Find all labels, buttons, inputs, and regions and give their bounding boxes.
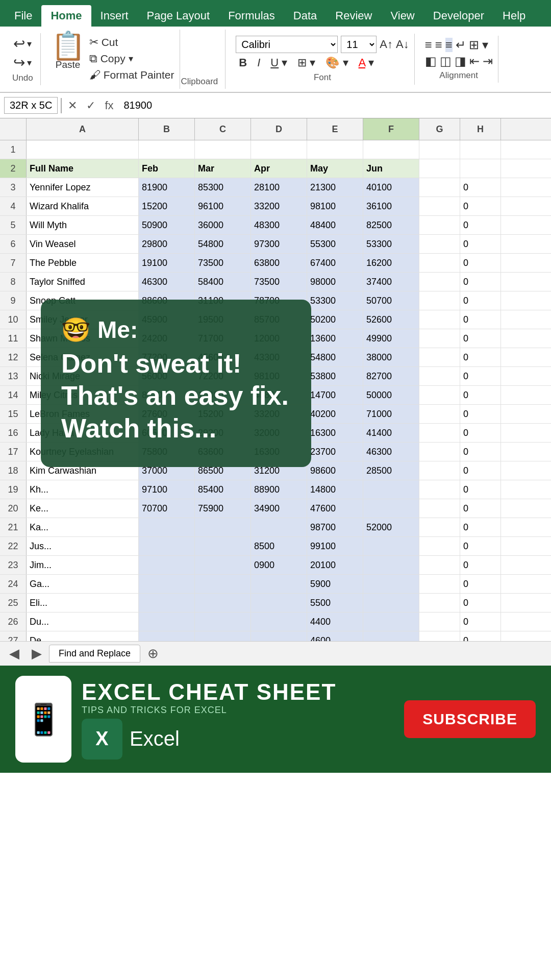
cell-g17[interactable] — [419, 443, 460, 461]
cell-h18[interactable]: 0 — [460, 461, 501, 480]
cell-h5[interactable]: 0 — [460, 216, 501, 234]
cell-e12[interactable]: 54800 — [307, 348, 363, 366]
cell-b8[interactable]: 46300 — [139, 273, 195, 291]
cell-b20[interactable]: 70700 — [139, 499, 195, 518]
cell-c24[interactable] — [195, 575, 251, 593]
decrease-font-button[interactable]: A↓ — [396, 38, 409, 51]
cell-f1[interactable] — [363, 140, 419, 159]
cell-g4[interactable] — [419, 197, 460, 215]
cell-c20[interactable]: 75900 — [195, 499, 251, 518]
cell-f25[interactable] — [363, 594, 419, 612]
cell-d19[interactable]: 88900 — [251, 480, 307, 499]
cell-d26[interactable] — [251, 612, 307, 631]
table-row[interactable]: 21 Ka... 98700 52000 0 — [0, 518, 551, 537]
cell-b2[interactable]: Feb — [139, 159, 195, 178]
cell-c23[interactable] — [195, 556, 251, 574]
cell-e26[interactable]: 4400 — [307, 612, 363, 631]
navigate-right-button[interactable]: ▶ — [27, 646, 47, 662]
cell-h27[interactable]: 0 — [460, 631, 501, 641]
cell-h9[interactable]: 0 — [460, 291, 501, 310]
cell-f4[interactable]: 36100 — [363, 197, 419, 215]
table-row[interactable]: 22 Jus... 8500 99100 0 — [0, 537, 551, 556]
sheet-tab-find-replace[interactable]: Find and Replace — [49, 645, 140, 663]
underline-button[interactable]: U ▾ — [267, 55, 290, 70]
cell-e5[interactable]: 48400 — [307, 216, 363, 234]
fill-color-button[interactable]: 🎨 ▾ — [322, 55, 351, 70]
cell-c1[interactable] — [195, 140, 251, 159]
cell-c2[interactable]: Mar — [195, 159, 251, 178]
cell-e24[interactable]: 5900 — [307, 575, 363, 593]
tab-review[interactable]: Review — [326, 5, 381, 27]
align-right-button[interactable]: ◨ — [455, 54, 466, 68]
cell-g19[interactable] — [419, 480, 460, 499]
cell-h26[interactable]: 0 — [460, 612, 501, 631]
cell-g10[interactable] — [419, 310, 460, 329]
cell-c4[interactable]: 96100 — [195, 197, 251, 215]
cell-h16[interactable]: 0 — [460, 424, 501, 442]
cell-d21[interactable] — [251, 518, 307, 536]
cell-b23[interactable] — [139, 556, 195, 574]
cell-f12[interactable]: 38000 — [363, 348, 419, 366]
table-row[interactable]: 19 Kh... 97100 85400 88900 14800 0 — [0, 480, 551, 499]
cell-h14[interactable]: 0 — [460, 386, 501, 404]
cell-f14[interactable]: 50000 — [363, 386, 419, 404]
formula-input[interactable] — [120, 97, 547, 113]
cell-a8[interactable]: Taylor Sniffed — [27, 273, 139, 291]
cell-d8[interactable]: 73500 — [251, 273, 307, 291]
col-header-a[interactable]: A — [27, 118, 139, 140]
cell-c22[interactable] — [195, 537, 251, 555]
cell-h25[interactable]: 0 — [460, 594, 501, 612]
cell-f6[interactable]: 53300 — [363, 235, 419, 253]
cell-h19[interactable]: 0 — [460, 480, 501, 499]
cell-g25[interactable] — [419, 594, 460, 612]
cell-c21[interactable] — [195, 518, 251, 536]
cell-a20[interactable]: Ke... — [27, 499, 139, 518]
cell-a7[interactable]: The Pebble — [27, 254, 139, 272]
table-row[interactable]: 6 Vin Weasel 29800 54800 97300 55300 533… — [0, 235, 551, 254]
cell-g8[interactable] — [419, 273, 460, 291]
cell-h23[interactable]: 0 — [460, 556, 501, 574]
cell-b7[interactable]: 19100 — [139, 254, 195, 272]
cell-h1[interactable] — [460, 140, 501, 159]
cell-f15[interactable]: 71000 — [363, 405, 419, 423]
cell-b6[interactable]: 29800 — [139, 235, 195, 253]
confirm-formula-button[interactable]: ✓ — [83, 98, 98, 113]
cell-e1[interactable] — [307, 140, 363, 159]
cell-d24[interactable] — [251, 575, 307, 593]
table-row[interactable]: 3 Yennifer Lopez 81900 85300 28100 21300… — [0, 178, 551, 197]
col-header-c[interactable]: C — [195, 118, 251, 140]
paste-button[interactable]: 📋 Paste — [51, 32, 85, 70]
cell-g6[interactable] — [419, 235, 460, 253]
cell-g15[interactable] — [419, 405, 460, 423]
cell-d22[interactable]: 8500 — [251, 537, 307, 555]
cell-f10[interactable]: 52600 — [363, 310, 419, 329]
cancel-formula-button[interactable]: ✕ — [65, 98, 80, 113]
font-color-button[interactable]: A ▾ — [356, 55, 378, 70]
align-top-right-button[interactable]: ≡ — [445, 38, 453, 52]
table-row[interactable]: 4 Wizard Khalifa 15200 96100 33200 98100… — [0, 197, 551, 216]
tab-data[interactable]: Data — [284, 5, 326, 27]
cell-f21[interactable]: 52000 — [363, 518, 419, 536]
cell-e17[interactable]: 23700 — [307, 443, 363, 461]
cell-f9[interactable]: 50700 — [363, 291, 419, 310]
cell-f3[interactable]: 40100 — [363, 178, 419, 197]
cell-d25[interactable] — [251, 594, 307, 612]
cell-b22[interactable] — [139, 537, 195, 555]
cell-f24[interactable] — [363, 575, 419, 593]
tab-page-layout[interactable]: Page Layout — [138, 5, 219, 27]
indent-dec-button[interactable]: ⇤ — [469, 54, 480, 68]
undo-button[interactable]: ↩ ▾ — [13, 35, 32, 52]
border-button[interactable]: ⊞ ▾ — [294, 55, 318, 70]
cell-e4[interactable]: 98100 — [307, 197, 363, 215]
cell-g11[interactable] — [419, 329, 460, 348]
cell-a1[interactable] — [27, 140, 139, 159]
cell-f19[interactable] — [363, 480, 419, 499]
cell-a24[interactable]: Ga... — [27, 575, 139, 593]
cell-b25[interactable] — [139, 594, 195, 612]
cell-a23[interactable]: Jim... — [27, 556, 139, 574]
redo-button[interactable]: ↪ ▾ — [13, 54, 32, 71]
cell-h20[interactable]: 0 — [460, 499, 501, 518]
cell-g2[interactable] — [419, 159, 460, 178]
bold-button[interactable]: B — [236, 55, 250, 70]
cell-e6[interactable]: 55300 — [307, 235, 363, 253]
